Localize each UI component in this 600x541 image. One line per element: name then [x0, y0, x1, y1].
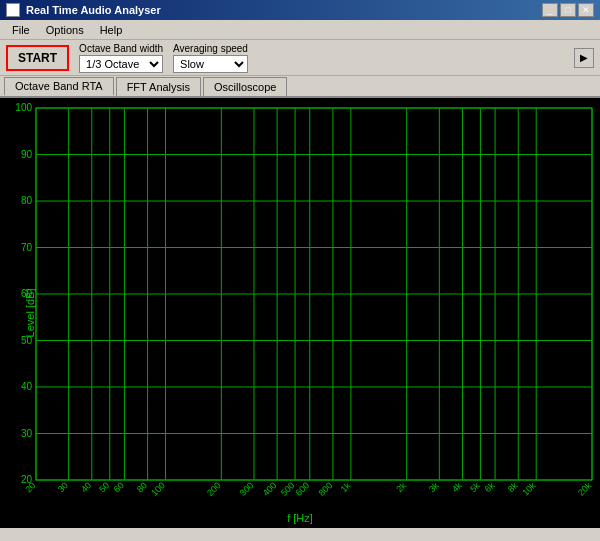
toolbar: START Octave Band width 1/3 Octave 1/1 O… — [0, 40, 600, 76]
tab-fft[interactable]: FFT Analysis — [116, 77, 201, 96]
window-icon — [6, 3, 20, 17]
minimize-button[interactable]: _ — [542, 3, 558, 17]
start-button[interactable]: START — [6, 45, 69, 71]
averaging-group: Averaging speed Slow Medium Fast — [173, 43, 248, 73]
maximize-button[interactable]: □ — [560, 3, 576, 17]
bandwidth-group: Octave Band width 1/3 Octave 1/1 Octave — [79, 43, 163, 73]
y-axis-label: Level [dB] — [24, 289, 36, 338]
title-bar: Real Time Audio Analyser _ □ ✕ — [0, 0, 600, 20]
menu-help[interactable]: Help — [92, 22, 131, 38]
bandwidth-label: Octave Band width — [79, 43, 163, 54]
tab-oscilloscope[interactable]: Oscilloscope — [203, 77, 287, 96]
extra-button[interactable]: ▶ — [574, 48, 594, 68]
averaging-select[interactable]: Slow Medium Fast — [173, 55, 248, 73]
menu-bar: File Options Help — [0, 20, 600, 40]
chart-canvas — [0, 98, 600, 528]
window-controls: _ □ ✕ — [542, 3, 594, 17]
close-button[interactable]: ✕ — [578, 3, 594, 17]
bandwidth-select[interactable]: 1/3 Octave 1/1 Octave — [79, 55, 163, 73]
x-axis-label: f [Hz] — [287, 512, 313, 524]
menu-file[interactable]: File — [4, 22, 38, 38]
menu-options[interactable]: Options — [38, 22, 92, 38]
tab-octave-band[interactable]: Octave Band RTA — [4, 77, 114, 96]
averaging-label: Averaging speed — [173, 43, 248, 54]
tabs-bar: Octave Band RTA FFT Analysis Oscilloscop… — [0, 76, 600, 98]
chart-area: Level [dB] f [Hz] — [0, 98, 600, 528]
window-title: Real Time Audio Analyser — [26, 4, 536, 16]
